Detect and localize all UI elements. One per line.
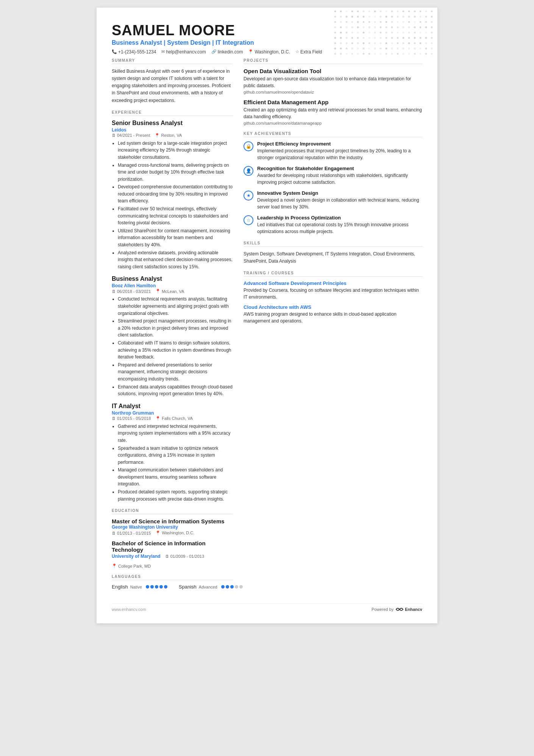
bullet: Analyzed extensive datasets, providing a… — [118, 249, 233, 271]
dot — [155, 585, 158, 589]
calendar-icon-3: 🗓 — [112, 416, 116, 421]
phone-icon: 📞 — [112, 49, 117, 54]
achievement-content-1: Project Efficiency Improvement Implement… — [257, 141, 422, 161]
svg-point-1 — [340, 11, 342, 13]
course-desc-1: Provided by Coursera, focusing on softwa… — [244, 287, 422, 301]
email-icon: ✉ — [161, 49, 165, 54]
contact-location: 📍 Washington, D.C. — [248, 49, 290, 55]
contact-linkedin: 🔗 linkedin.com — [211, 49, 243, 55]
languages-section: LANGUAGES English Native — [112, 574, 233, 590]
job-bullets-1: Led system design for a large-scale inte… — [112, 140, 233, 271]
achievement-title-2: Recognition for Stakeholder Engagement — [257, 166, 422, 171]
job-meta-2: 🗓 06/2018 - 03/2021 📍 McLean, VA — [112, 289, 233, 294]
achievement-3: ★ Innovative System Design Developed a n… — [244, 190, 422, 210]
job-location-1: 📍 Reston, VA — [155, 133, 182, 138]
job-location-2: 📍 McLean, VA — [155, 289, 184, 294]
dot — [150, 585, 154, 589]
job-meta-1: 🗓 04/2021 - Present 📍 Reston, VA — [112, 133, 233, 138]
achievement-desc-2: Awarded for developing robust relationsh… — [257, 172, 422, 186]
job-title-3: IT Analyst — [112, 403, 233, 410]
candidate-name: SAMUEL MOORE — [112, 23, 422, 39]
location-icon: 📍 — [248, 49, 253, 54]
contact-extra: ☆ Extra Field — [295, 49, 322, 55]
powered-by-text: Powered by — [372, 607, 393, 612]
dot — [230, 585, 234, 589]
dot — [159, 585, 163, 589]
achievement-content-3: Innovative System Design Developed a nov… — [257, 190, 422, 210]
svg-point-18 — [334, 16, 336, 18]
education-section: EDUCATION Master of Science in Informati… — [112, 509, 233, 568]
edu-degree-1: Master of Science in Information Systems — [112, 518, 233, 524]
svg-point-24 — [368, 16, 370, 18]
calendar-icon-1: 🗓 — [112, 133, 116, 138]
svg-point-17 — [431, 11, 433, 13]
right-column: PROJECTS Open Data Visualization Tool De… — [244, 58, 422, 596]
dot — [221, 585, 225, 589]
bullet: Streamlined project management processes… — [118, 318, 233, 339]
dot — [146, 585, 149, 589]
project-title-2: Efficient Data Management App — [244, 99, 422, 105]
languages-row: English Native Spanish Advanced — [112, 584, 233, 590]
svg-point-11 — [397, 11, 399, 13]
achievement-desc-3: Developed a novel system design in colla… — [257, 197, 422, 210]
achievement-2: 👤 Recognition for Stakeholder Engagement… — [244, 166, 422, 186]
dot — [226, 585, 229, 589]
pin-edu-icon-1: 📍 — [155, 531, 161, 535]
achievement-title-1: Project Efficiency Improvement — [257, 141, 422, 147]
pin-icon-1: 📍 — [155, 133, 160, 138]
svg-point-35 — [431, 16, 433, 18]
achievement-desc-1: Implemented processes that improved proj… — [257, 147, 422, 161]
lang-dots-spanish — [221, 585, 243, 589]
lang-name-spanish: Spanish — [179, 584, 197, 590]
achievement-icon-2: 👤 — [244, 166, 253, 176]
training-section: TRAINING / COURSES Advanced Software Dev… — [244, 271, 422, 324]
job-company-2: Booz Allen Hamilton — [112, 283, 233, 288]
svg-point-15 — [420, 11, 422, 13]
dot — [164, 585, 167, 589]
course-title-2: Cloud Architecture with AWS — [244, 304, 422, 310]
svg-point-10 — [391, 11, 393, 13]
svg-point-26 — [380, 16, 382, 18]
svg-point-6 — [368, 11, 370, 13]
summary-section: SUMMARY Skilled Business Analyst with ov… — [112, 58, 233, 104]
svg-point-8 — [380, 11, 382, 13]
linkedin-icon: 🔗 — [211, 49, 217, 54]
svg-point-32 — [414, 16, 416, 18]
left-column: SUMMARY Skilled Business Analyst with ov… — [112, 58, 233, 596]
edu-dates-2: 🗓 01/2009 - 01/2013 — [165, 554, 204, 559]
edu-location-1: 📍 Washington, D.C. — [155, 531, 194, 535]
summary-text: Skilled Business Analyst with over 6 yea… — [112, 68, 233, 104]
job-company-3: Northrop Grumman — [112, 410, 233, 416]
achievement-icon-4: ☆ — [244, 215, 253, 225]
footer-brand: Powered by Enhancv — [372, 607, 422, 612]
job-dates-1: 🗓 04/2021 - Present — [112, 133, 150, 138]
svg-point-27 — [386, 16, 387, 18]
project-2: Efficient Data Management App Created an… — [244, 99, 422, 125]
job-bullets-3: Gathered and interpreted technical requi… — [112, 423, 233, 503]
project-link-1: github.com/samuelmoore/opendataviz — [244, 90, 422, 94]
footer: www.enhancv.com Powered by Enhancv — [112, 603, 422, 612]
star-icon: ☆ — [295, 49, 299, 54]
svg-point-53 — [431, 21, 433, 23]
pin-edu-icon-2: 📍 — [112, 563, 117, 568]
svg-point-70 — [425, 27, 427, 28]
project-desc-2: Created an app optimizing data entry and… — [244, 106, 422, 120]
svg-point-89 — [431, 32, 433, 34]
svg-point-14 — [414, 11, 416, 13]
course-desc-2: AWS training program designed to enhance… — [244, 311, 422, 324]
achievement-4: ☆ Leadership in Process Optimization Led… — [244, 215, 422, 235]
enhancv-logo-icon — [395, 607, 404, 612]
achievement-icon-1: 🔒 — [244, 141, 253, 151]
svg-point-52 — [425, 21, 427, 23]
svg-point-29 — [397, 16, 399, 18]
resume-page: SAMUEL MOORE Business Analyst | System D… — [97, 8, 437, 623]
svg-point-4 — [357, 11, 359, 13]
job-location-3: 📍 Falls Church, VA — [155, 416, 193, 421]
skills-label: SKILLS — [244, 241, 422, 247]
bullet: Produced detailed system reports, suppor… — [118, 488, 233, 502]
projects-section: PROJECTS Open Data Visualization Tool De… — [244, 58, 422, 125]
experience-section: EXPERIENCE Senior Business Analyst Leido… — [112, 110, 233, 503]
skills-text: System Design, Software Development, IT … — [244, 250, 422, 265]
svg-point-160 — [425, 53, 427, 55]
pin-icon-3: 📍 — [155, 416, 161, 421]
